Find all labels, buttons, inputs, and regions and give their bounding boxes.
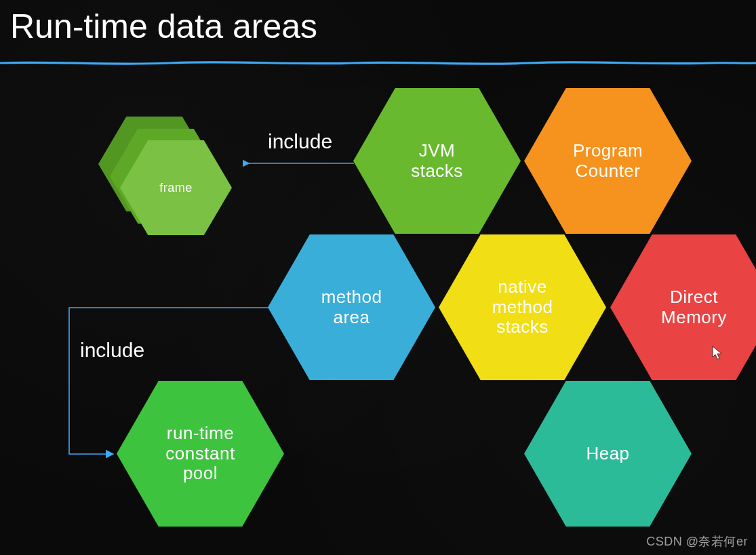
hex-direct-memory-label: Direct Memory — [642, 287, 746, 328]
hex-method-area-label: method area — [302, 287, 401, 328]
hex-program-counter-label: Program Counter — [554, 141, 662, 182]
hex-jvm-stacks: JVM stacks — [353, 88, 521, 234]
arrow-jvm-to-frame — [243, 159, 354, 168]
watermark: CSDN @奈若何er — [646, 533, 748, 550]
hex-jvm-stacks-label: JVM stacks — [392, 141, 482, 182]
diagram-stage: frame JVM stacks Program Counter method … — [0, 0, 756, 555]
hex-native-method-stacks-label: native method stacks — [473, 277, 572, 338]
hex-program-counter: Program Counter — [524, 88, 692, 234]
include-label-left: include — [80, 339, 144, 362]
hex-method-area: method area — [268, 234, 435, 380]
hex-heap: Heap — [524, 381, 692, 527]
arrow-method-area-to-pool — [65, 304, 275, 461]
include-label-top: include — [268, 130, 332, 153]
hex-native-method-stacks: native method stacks — [439, 234, 606, 380]
hex-direct-memory: Direct Memory — [610, 234, 756, 380]
hex-heap-label: Heap — [567, 444, 648, 464]
hex-frame-label: frame — [140, 181, 212, 195]
